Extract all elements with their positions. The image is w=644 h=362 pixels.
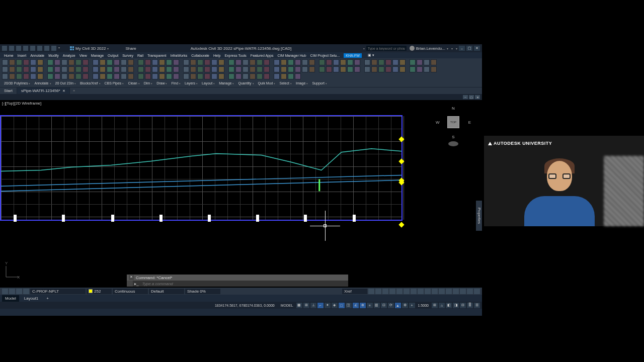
qp-r2-icon[interactable] [375, 289, 381, 294]
viewcube-east[interactable]: E [468, 120, 471, 125]
ribbon-tool-button[interactable] [235, 59, 242, 65]
ribbon-tool-button[interactable] [257, 66, 263, 72]
ribbon-tool-button[interactable] [410, 66, 416, 72]
ribbon-tool-button[interactable] [68, 66, 74, 72]
sb-grid-icon[interactable]: ▦ [296, 303, 302, 308]
ribbon-tool-button[interactable] [288, 73, 294, 79]
ribbon-tab[interactable]: Output [108, 54, 118, 57]
ribbon-panel-label[interactable]: Find ▾ [171, 81, 181, 85]
ribbon-tool-button[interactable] [37, 66, 43, 72]
ribbon-tool-button[interactable] [326, 66, 332, 72]
sb-3dosnap-icon[interactable]: ◫ [346, 303, 352, 308]
ribbon-tool-button[interactable] [354, 59, 360, 65]
ribbon-tool-button[interactable] [392, 59, 398, 65]
ribbon-tool-button[interactable] [385, 59, 391, 65]
doc-maximize-button[interactable]: ▢ [469, 95, 474, 99]
ribbon-tool-button[interactable] [2, 66, 8, 72]
qat-plot-icon[interactable] [37, 46, 42, 51]
ribbon-panel-label[interactable]: 20/30 Polylines ▾ [4, 81, 30, 85]
station-tick[interactable] [14, 215, 17, 222]
ribbon-tool-button[interactable] [347, 66, 353, 72]
ribbon-tool-button[interactable] [93, 59, 99, 65]
xref-label[interactable]: Xref [342, 289, 367, 294]
command-close-icon[interactable]: ✕ [129, 275, 134, 280]
doc-close-button[interactable]: ✕ [475, 95, 480, 99]
ribbon-tool-button[interactable] [211, 73, 217, 79]
ribbon-tool-button[interactable] [100, 59, 106, 65]
viewcube-north[interactable]: N [452, 106, 455, 111]
ribbon-panel-label[interactable]: Annotate ▾ [34, 81, 51, 85]
ribbon-panel-label[interactable]: Layers ▾ [185, 81, 198, 85]
ribbon-tool-button[interactable] [30, 73, 36, 79]
ribbon-tool-button[interactable] [302, 59, 308, 65]
ribbon-tool-button[interactable] [145, 59, 151, 65]
ribbon-tool-button[interactable] [431, 66, 437, 72]
ribbon-tool-button[interactable] [75, 59, 82, 65]
ribbon-tool-button[interactable] [333, 59, 339, 65]
ribbon-panel-label[interactable]: Image ▾ [296, 81, 308, 85]
station-tick[interactable] [256, 215, 259, 222]
ribbon-tool-button[interactable] [340, 66, 346, 72]
ribbon-tool-button[interactable] [243, 59, 249, 65]
ribbon-tool-button[interactable] [9, 73, 15, 79]
qat-undo-icon[interactable] [44, 46, 49, 51]
ribbon-tool-button[interactable] [288, 66, 294, 72]
workspace-icon[interactable] [70, 46, 74, 50]
command-handle-icon[interactable] [127, 281, 133, 287]
qp-r9-icon[interactable] [425, 289, 431, 294]
app-menu-icon[interactable] [2, 46, 7, 51]
ribbon-tool-button[interactable] [159, 73, 165, 79]
ribbon-tool-button[interactable] [23, 73, 29, 79]
sb-snap-icon[interactable]: ⊞ [303, 303, 309, 308]
ribbon-tool-button[interactable] [107, 73, 113, 79]
ribbon-tool-button[interactable] [371, 59, 377, 65]
ribbon-tool-button[interactable] [228, 66, 234, 72]
ribbon-panel-label[interactable]: Layout ▾ [202, 81, 215, 85]
qp-icon-2[interactable] [9, 289, 15, 294]
ribbon-tool-button[interactable] [145, 66, 151, 72]
ribbon-panel-label[interactable]: 20 Out 23In ▾ [55, 81, 76, 85]
command-window[interactable]: ✕ Command: *Cancel* ▸_ [127, 275, 348, 287]
ribbon-tool-button[interactable] [83, 59, 89, 65]
sb-ann-icon[interactable]: ▲ [395, 303, 401, 308]
viewcube-west[interactable]: W [436, 120, 440, 125]
ribbon-tool-button[interactable] [235, 66, 242, 72]
ribbon-tool-button[interactable] [61, 66, 67, 72]
ribbon-tool-button[interactable] [288, 59, 294, 65]
qp-icon-3[interactable] [16, 289, 22, 294]
ribbon-tool-button[interactable] [159, 59, 165, 65]
qp-r5-icon[interactable] [396, 289, 403, 294]
ribbon-tool-button[interactable] [385, 66, 391, 72]
tab-start[interactable]: Start [0, 87, 17, 94]
sb-b5-icon[interactable]: ⊟ [460, 303, 466, 308]
minimize-button[interactable]: – [459, 46, 465, 51]
tab-new-button[interactable]: + [70, 87, 78, 94]
ribbon-tool-button[interactable] [319, 59, 325, 65]
ribbon-panel-label[interactable]: Quik Mod ▾ [258, 81, 276, 85]
ribbon-tool-button[interactable] [16, 66, 22, 72]
help-search-input[interactable] [366, 46, 407, 51]
ribbon-tool-button[interactable] [319, 66, 325, 72]
station-tick[interactable] [304, 215, 307, 222]
ribbon-tool-button[interactable] [302, 66, 308, 72]
ribbon-tab[interactable]: CIM Manager Hub [277, 54, 306, 57]
ribbon-tool-button[interactable] [9, 66, 15, 72]
ribbon-tool-button[interactable] [197, 59, 203, 65]
ribbon-panel-label[interactable]: Support ▾ [312, 81, 327, 85]
user-name[interactable]: Brian.Levendo... [416, 46, 445, 51]
qp-r8-icon[interactable] [418, 289, 424, 294]
qp-r4-icon[interactable] [389, 289, 395, 294]
user-avatar-icon[interactable] [410, 46, 415, 51]
qp-r11-icon[interactable] [439, 289, 445, 294]
qp-r13-icon[interactable] [453, 289, 459, 294]
ribbon-tool-button[interactable] [166, 66, 172, 72]
maximize-button[interactable]: ▢ [466, 46, 472, 51]
transparency-dropdown[interactable]: Shade 0% [185, 289, 220, 294]
ribbon-tool-button[interactable] [68, 59, 74, 65]
ribbon-tool-button[interactable] [61, 59, 67, 65]
ribbon-tool-button[interactable] [138, 59, 144, 65]
ribbon-tool-button[interactable] [47, 59, 53, 65]
ribbon-tool-button[interactable] [218, 73, 224, 79]
ribbon-tool-button[interactable] [54, 59, 60, 65]
properties-palette-tab[interactable]: Properties [476, 201, 482, 231]
